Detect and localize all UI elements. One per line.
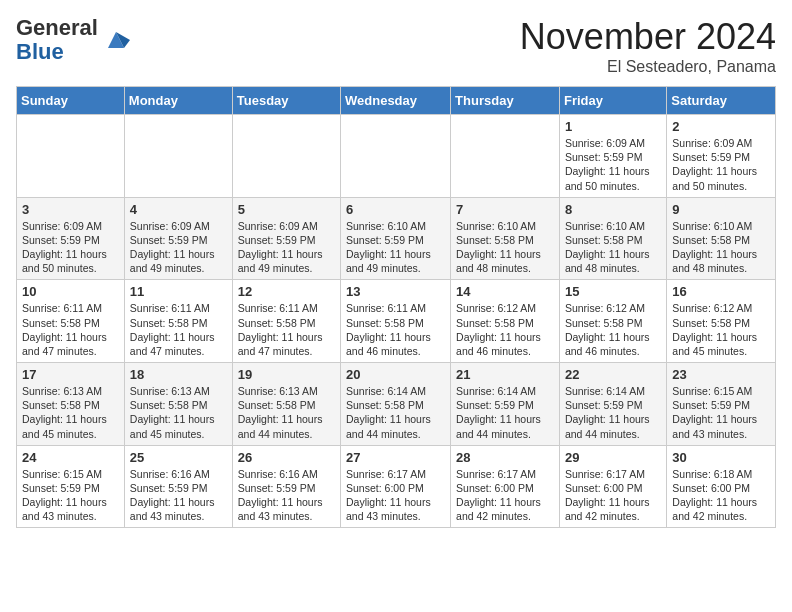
calendar-table: SundayMondayTuesdayWednesdayThursdayFrid… — [16, 86, 776, 528]
calendar-cell: 29Sunrise: 6:17 AM Sunset: 6:00 PM Dayli… — [559, 445, 666, 528]
col-header-friday: Friday — [559, 87, 666, 115]
col-header-sunday: Sunday — [17, 87, 125, 115]
logo: General Blue — [16, 16, 130, 64]
day-info: Sunrise: 6:14 AM Sunset: 5:58 PM Dayligh… — [346, 384, 445, 441]
day-info: Sunrise: 6:13 AM Sunset: 5:58 PM Dayligh… — [22, 384, 119, 441]
col-header-thursday: Thursday — [451, 87, 560, 115]
col-header-saturday: Saturday — [667, 87, 776, 115]
calendar-cell: 6Sunrise: 6:10 AM Sunset: 5:59 PM Daylig… — [341, 197, 451, 280]
calendar-cell: 23Sunrise: 6:15 AM Sunset: 5:59 PM Dayli… — [667, 363, 776, 446]
calendar-cell: 1Sunrise: 6:09 AM Sunset: 5:59 PM Daylig… — [559, 115, 666, 198]
day-number: 15 — [565, 284, 661, 299]
day-info: Sunrise: 6:11 AM Sunset: 5:58 PM Dayligh… — [22, 301, 119, 358]
calendar-body: 1Sunrise: 6:09 AM Sunset: 5:59 PM Daylig… — [17, 115, 776, 528]
calendar-week-row: 10Sunrise: 6:11 AM Sunset: 5:58 PM Dayli… — [17, 280, 776, 363]
day-number: 26 — [238, 450, 335, 465]
day-number: 9 — [672, 202, 770, 217]
calendar-week-row: 1Sunrise: 6:09 AM Sunset: 5:59 PM Daylig… — [17, 115, 776, 198]
day-number: 25 — [130, 450, 227, 465]
day-info: Sunrise: 6:09 AM Sunset: 5:59 PM Dayligh… — [672, 136, 770, 193]
calendar-cell: 28Sunrise: 6:17 AM Sunset: 6:00 PM Dayli… — [451, 445, 560, 528]
calendar-cell: 17Sunrise: 6:13 AM Sunset: 5:58 PM Dayli… — [17, 363, 125, 446]
calendar-cell: 24Sunrise: 6:15 AM Sunset: 5:59 PM Dayli… — [17, 445, 125, 528]
calendar-week-row: 3Sunrise: 6:09 AM Sunset: 5:59 PM Daylig… — [17, 197, 776, 280]
day-number: 5 — [238, 202, 335, 217]
day-info: Sunrise: 6:12 AM Sunset: 5:58 PM Dayligh… — [565, 301, 661, 358]
day-info: Sunrise: 6:16 AM Sunset: 5:59 PM Dayligh… — [238, 467, 335, 524]
calendar-cell: 14Sunrise: 6:12 AM Sunset: 5:58 PM Dayli… — [451, 280, 560, 363]
day-info: Sunrise: 6:09 AM Sunset: 5:59 PM Dayligh… — [130, 219, 227, 276]
day-number: 22 — [565, 367, 661, 382]
day-number: 1 — [565, 119, 661, 134]
calendar-cell: 7Sunrise: 6:10 AM Sunset: 5:58 PM Daylig… — [451, 197, 560, 280]
calendar-week-row: 24Sunrise: 6:15 AM Sunset: 5:59 PM Dayli… — [17, 445, 776, 528]
day-info: Sunrise: 6:18 AM Sunset: 6:00 PM Dayligh… — [672, 467, 770, 524]
day-number: 16 — [672, 284, 770, 299]
day-number: 4 — [130, 202, 227, 217]
day-info: Sunrise: 6:12 AM Sunset: 5:58 PM Dayligh… — [672, 301, 770, 358]
day-number: 11 — [130, 284, 227, 299]
calendar-cell: 26Sunrise: 6:16 AM Sunset: 5:59 PM Dayli… — [232, 445, 340, 528]
calendar-header-row: SundayMondayTuesdayWednesdayThursdayFrid… — [17, 87, 776, 115]
day-number: 21 — [456, 367, 554, 382]
logo-general: General — [16, 15, 98, 40]
day-number: 18 — [130, 367, 227, 382]
col-header-tuesday: Tuesday — [232, 87, 340, 115]
day-info: Sunrise: 6:12 AM Sunset: 5:58 PM Dayligh… — [456, 301, 554, 358]
day-info: Sunrise: 6:17 AM Sunset: 6:00 PM Dayligh… — [456, 467, 554, 524]
calendar-cell — [232, 115, 340, 198]
calendar-cell: 4Sunrise: 6:09 AM Sunset: 5:59 PM Daylig… — [124, 197, 232, 280]
day-info: Sunrise: 6:10 AM Sunset: 5:58 PM Dayligh… — [672, 219, 770, 276]
day-info: Sunrise: 6:16 AM Sunset: 5:59 PM Dayligh… — [130, 467, 227, 524]
day-info: Sunrise: 6:17 AM Sunset: 6:00 PM Dayligh… — [346, 467, 445, 524]
day-info: Sunrise: 6:17 AM Sunset: 6:00 PM Dayligh… — [565, 467, 661, 524]
calendar-cell: 13Sunrise: 6:11 AM Sunset: 5:58 PM Dayli… — [341, 280, 451, 363]
day-info: Sunrise: 6:10 AM Sunset: 5:59 PM Dayligh… — [346, 219, 445, 276]
day-number: 13 — [346, 284, 445, 299]
calendar-cell — [124, 115, 232, 198]
day-info: Sunrise: 6:13 AM Sunset: 5:58 PM Dayligh… — [238, 384, 335, 441]
calendar-cell — [17, 115, 125, 198]
col-header-monday: Monday — [124, 87, 232, 115]
day-number: 6 — [346, 202, 445, 217]
day-number: 29 — [565, 450, 661, 465]
calendar-cell: 5Sunrise: 6:09 AM Sunset: 5:59 PM Daylig… — [232, 197, 340, 280]
day-number: 8 — [565, 202, 661, 217]
calendar-cell — [451, 115, 560, 198]
day-number: 7 — [456, 202, 554, 217]
day-info: Sunrise: 6:15 AM Sunset: 5:59 PM Dayligh… — [22, 467, 119, 524]
calendar-cell: 10Sunrise: 6:11 AM Sunset: 5:58 PM Dayli… — [17, 280, 125, 363]
day-info: Sunrise: 6:11 AM Sunset: 5:58 PM Dayligh… — [346, 301, 445, 358]
month-title: November 2024 — [520, 16, 776, 58]
day-number: 27 — [346, 450, 445, 465]
calendar-cell — [341, 115, 451, 198]
logo-icon — [102, 26, 130, 54]
day-number: 23 — [672, 367, 770, 382]
day-info: Sunrise: 6:10 AM Sunset: 5:58 PM Dayligh… — [456, 219, 554, 276]
day-info: Sunrise: 6:15 AM Sunset: 5:59 PM Dayligh… — [672, 384, 770, 441]
day-info: Sunrise: 6:13 AM Sunset: 5:58 PM Dayligh… — [130, 384, 227, 441]
day-number: 14 — [456, 284, 554, 299]
calendar-cell: 25Sunrise: 6:16 AM Sunset: 5:59 PM Dayli… — [124, 445, 232, 528]
logo-blue: Blue — [16, 39, 64, 64]
page-header: General Blue November 2024 El Sesteadero… — [16, 16, 776, 76]
calendar-cell: 30Sunrise: 6:18 AM Sunset: 6:00 PM Dayli… — [667, 445, 776, 528]
calendar-cell: 9Sunrise: 6:10 AM Sunset: 5:58 PM Daylig… — [667, 197, 776, 280]
calendar-cell: 11Sunrise: 6:11 AM Sunset: 5:58 PM Dayli… — [124, 280, 232, 363]
day-number: 28 — [456, 450, 554, 465]
day-info: Sunrise: 6:11 AM Sunset: 5:58 PM Dayligh… — [238, 301, 335, 358]
day-info: Sunrise: 6:11 AM Sunset: 5:58 PM Dayligh… — [130, 301, 227, 358]
col-header-wednesday: Wednesday — [341, 87, 451, 115]
day-number: 17 — [22, 367, 119, 382]
day-number: 3 — [22, 202, 119, 217]
calendar-cell: 20Sunrise: 6:14 AM Sunset: 5:58 PM Dayli… — [341, 363, 451, 446]
calendar-cell: 8Sunrise: 6:10 AM Sunset: 5:58 PM Daylig… — [559, 197, 666, 280]
day-info: Sunrise: 6:14 AM Sunset: 5:59 PM Dayligh… — [456, 384, 554, 441]
calendar-cell: 21Sunrise: 6:14 AM Sunset: 5:59 PM Dayli… — [451, 363, 560, 446]
day-number: 19 — [238, 367, 335, 382]
calendar-cell: 16Sunrise: 6:12 AM Sunset: 5:58 PM Dayli… — [667, 280, 776, 363]
calendar-week-row: 17Sunrise: 6:13 AM Sunset: 5:58 PM Dayli… — [17, 363, 776, 446]
calendar-cell: 15Sunrise: 6:12 AM Sunset: 5:58 PM Dayli… — [559, 280, 666, 363]
title-block: November 2024 El Sesteadero, Panama — [520, 16, 776, 76]
calendar-cell: 19Sunrise: 6:13 AM Sunset: 5:58 PM Dayli… — [232, 363, 340, 446]
